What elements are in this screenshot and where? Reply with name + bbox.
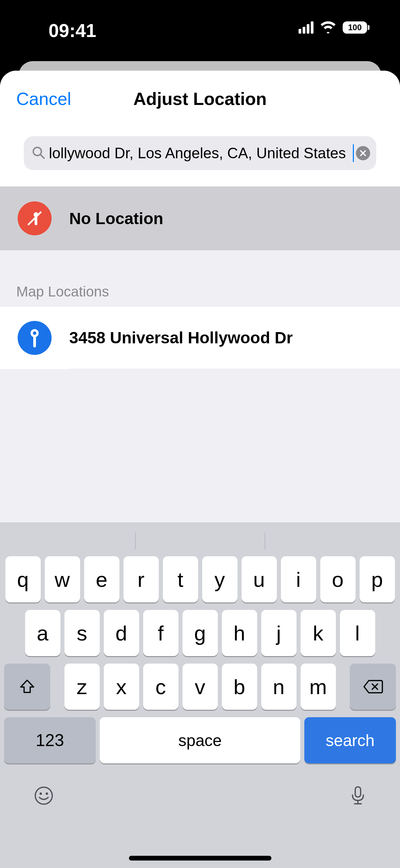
- home-indicator[interactable]: [129, 856, 271, 861]
- cancel-button[interactable]: Cancel: [16, 89, 71, 109]
- no-location-label: No Location: [69, 209, 163, 228]
- status-right: 100: [299, 20, 369, 35]
- mic-icon[interactable]: [350, 785, 366, 808]
- key-v[interactable]: v: [183, 664, 218, 710]
- key-space[interactable]: space: [100, 717, 300, 763]
- no-location-icon: [18, 201, 52, 235]
- text-cursor: [353, 144, 354, 162]
- keyboard-row-2: a s d f g h j k l: [4, 610, 396, 656]
- key-o[interactable]: o: [320, 556, 356, 602]
- key-n[interactable]: n: [261, 664, 297, 710]
- key-w[interactable]: w: [45, 556, 80, 602]
- key-m[interactable]: m: [301, 664, 336, 710]
- nav-bar: Cancel Adjust Location: [0, 71, 400, 127]
- svg-point-8: [46, 793, 48, 795]
- battery-level: 100: [343, 21, 367, 34]
- key-c[interactable]: c: [143, 664, 178, 710]
- key-a[interactable]: a: [25, 610, 60, 656]
- no-location-row[interactable]: No Location: [0, 186, 400, 250]
- key-y[interactable]: y: [202, 556, 237, 602]
- battery-icon: 100: [343, 21, 369, 34]
- key-p[interactable]: p: [360, 556, 395, 602]
- svg-point-5: [33, 331, 36, 335]
- svg-point-7: [40, 793, 42, 795]
- search-icon: [31, 145, 45, 161]
- key-f[interactable]: f: [143, 610, 178, 656]
- section-header-map-locations: Map Locations: [0, 250, 400, 306]
- key-t[interactable]: t: [163, 556, 198, 602]
- close-icon: [359, 149, 367, 157]
- pin-icon: [18, 321, 52, 355]
- modal-sheet: Cancel Adjust Location No Location: [0, 71, 400, 868]
- search-container: [0, 127, 400, 186]
- result-row[interactable]: 3458 Universal Hollywood Dr: [0, 306, 400, 369]
- svg-rect-9: [355, 787, 361, 797]
- emoji-icon[interactable]: [34, 786, 54, 807]
- svg-point-0: [33, 147, 41, 156]
- key-h[interactable]: h: [222, 610, 257, 656]
- key-d[interactable]: d: [104, 610, 139, 656]
- svg-line-1: [41, 155, 44, 158]
- wifi-icon: [320, 20, 337, 35]
- key-123[interactable]: 123: [4, 717, 96, 763]
- key-e[interactable]: e: [84, 556, 119, 602]
- key-j[interactable]: j: [261, 610, 297, 656]
- key-l[interactable]: l: [340, 610, 375, 656]
- key-i[interactable]: i: [281, 556, 316, 602]
- suggestions-bar: [0, 522, 400, 556]
- key-x[interactable]: x: [104, 664, 139, 710]
- keyboard-bottom-bar: [0, 771, 400, 822]
- key-q[interactable]: q: [5, 556, 41, 602]
- status-time: 09:41: [49, 20, 96, 41]
- search-input[interactable]: [45, 145, 353, 162]
- clear-button[interactable]: [356, 146, 370, 160]
- cellular-icon: [299, 21, 313, 34]
- key-b[interactable]: b: [222, 664, 257, 710]
- keyboard-row-3: z x c v b n m: [4, 664, 396, 710]
- keyboard: q w e r t y u i o p a s d f g h: [0, 522, 400, 868]
- results-list: 3458 Universal Hollywood Dr: [0, 306, 400, 369]
- key-search[interactable]: search: [304, 717, 396, 763]
- svg-point-6: [35, 787, 52, 804]
- key-shift[interactable]: [4, 664, 50, 710]
- search-bar[interactable]: [24, 136, 376, 170]
- keyboard-row-4: 123 space search: [4, 717, 396, 763]
- key-g[interactable]: g: [183, 610, 218, 656]
- key-s[interactable]: s: [64, 610, 100, 656]
- page-title: Adjust Location: [133, 89, 267, 109]
- suggestion-separator: [265, 532, 265, 549]
- shift-icon: [19, 678, 36, 695]
- result-title: 3458 Universal Hollywood Dr: [69, 306, 400, 369]
- keyboard-row-1: q w e r t y u i o p: [4, 556, 396, 602]
- key-r[interactable]: r: [123, 556, 159, 602]
- key-backspace[interactable]: [350, 664, 396, 710]
- status-bar: 09:41 100: [0, 0, 400, 59]
- key-k[interactable]: k: [301, 610, 336, 656]
- backspace-icon: [363, 679, 383, 694]
- suggestion-separator: [135, 532, 136, 549]
- key-z[interactable]: z: [64, 664, 100, 710]
- key-u[interactable]: u: [242, 556, 277, 602]
